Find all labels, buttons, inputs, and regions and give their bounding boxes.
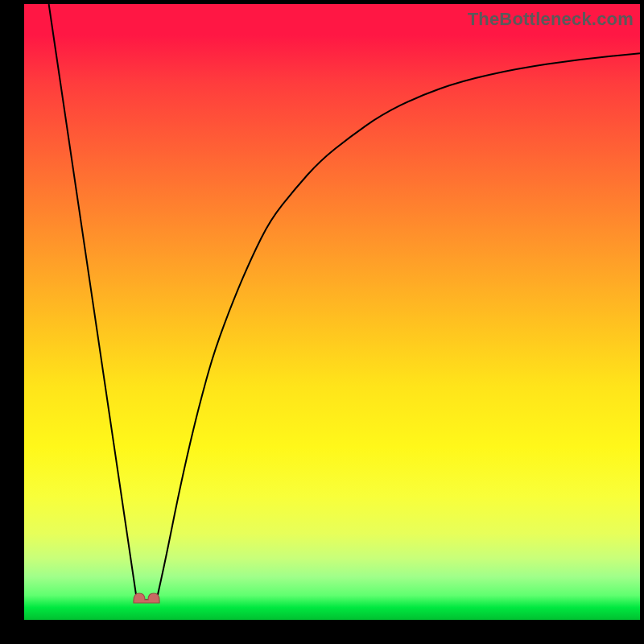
chart-frame: TheBottleneck.com: [0, 0, 644, 644]
bottleneck-curve: [24, 4, 640, 620]
minimum-marker: [130, 591, 163, 604]
marker-shape: [134, 593, 159, 603]
curve-path: [49, 4, 640, 601]
plot-area: TheBottleneck.com: [24, 4, 640, 620]
